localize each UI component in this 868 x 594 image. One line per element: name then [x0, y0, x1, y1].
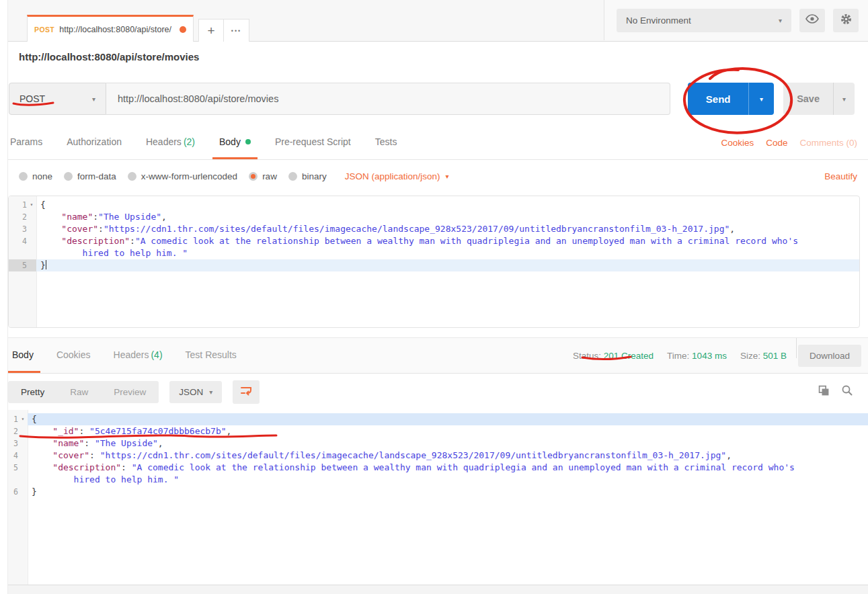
copy-response-button[interactable]: [818, 385, 830, 399]
fold-gutter: [18, 425, 28, 437]
mode-x-www-form-urlencoded[interactable]: x-www-form-urlencoded: [128, 171, 237, 181]
tab-params[interactable]: Params: [3, 126, 49, 159]
radio-icon: [64, 172, 73, 181]
code-line[interactable]: 5 "description": "A comedic look at the …: [0, 462, 868, 474]
request-title-row: http://localhost:8080/api/store/movies: [0, 42, 868, 71]
code-link[interactable]: Code: [766, 126, 787, 159]
response-tab-body[interactable]: Body: [5, 338, 40, 373]
response-view-row: Pretty Raw Preview JSON▾: [0, 374, 868, 410]
environment-selector-value: No Environment: [626, 15, 691, 26]
send-button[interactable]: Send: [688, 83, 748, 115]
mode-none[interactable]: none: [19, 171, 52, 181]
fold-arrow-icon[interactable]: ▾: [18, 413, 28, 425]
environment-quick-look-button[interactable]: [799, 9, 825, 32]
send-button-group: Send ▾: [688, 83, 774, 115]
download-button[interactable]: Download: [798, 345, 861, 367]
fold-arrow-icon[interactable]: ▾: [27, 199, 36, 211]
cookies-link[interactable]: Cookies: [721, 126, 754, 159]
wrap-text-icon: [239, 384, 253, 399]
tab-modified-dot: [180, 26, 186, 33]
fold-gutter: [18, 462, 28, 474]
code-line[interactable]: 4 "cover": "https://cdn1.thr.com/sites/d…: [0, 450, 868, 462]
tab-method-label: POST: [34, 26, 54, 34]
text-cursor: [46, 260, 47, 269]
code-line[interactable]: 5}: [9, 259, 859, 271]
tab-bar: POST http://localhost:8080/api/store/ + …: [0, 0, 868, 42]
chevron-down-icon: ▾: [92, 95, 95, 103]
response-meta: Status: 201 Created Time: 1043 ms Size: …: [573, 338, 787, 373]
response-header: Body Cookies Headers(4) Test Results Sta…: [0, 337, 868, 374]
horizontal-scrollbar[interactable]: [0, 585, 868, 594]
mode-raw[interactable]: raw: [249, 171, 277, 181]
headers-count: (2): [184, 136, 195, 147]
content-type-selector[interactable]: JSON (application/json)▾: [345, 171, 449, 181]
response-tab-cookies[interactable]: Cookies: [50, 338, 97, 373]
size-label: Size:: [740, 351, 760, 361]
eye-icon: [805, 14, 819, 26]
code-line[interactable]: 3 "name": "The Upside",: [0, 437, 868, 450]
page-title: http://localhost:8080/api/store/movies: [19, 51, 199, 62]
response-headers-count: (4): [151, 349, 162, 360]
search-response-button[interactable]: [841, 384, 853, 399]
code-line[interactable]: 2 "name":"The Upside",: [9, 211, 859, 223]
response-format-selector[interactable]: JSON▾: [169, 381, 222, 403]
request-tabs: Params Authorization Headers(2) Body Pre…: [0, 126, 868, 160]
code-line[interactable]: 2 "_id": "5c4e715fa74c07dbbb6ecb7b",: [0, 425, 868, 437]
radio-icon: [128, 172, 136, 181]
beautify-link[interactable]: Beautify: [824, 171, 857, 181]
comments-link[interactable]: Comments (0): [799, 126, 857, 159]
sidebar-edge: [0, 0, 8, 594]
code-line[interactable]: 1▾{: [0, 413, 868, 425]
tab-tests[interactable]: Tests: [368, 126, 404, 159]
view-pretty[interactable]: Pretty: [8, 381, 57, 403]
chevron-down-icon: ▾: [842, 95, 846, 103]
tab-headers[interactable]: Headers(2): [139, 126, 202, 159]
mode-form-data[interactable]: form-data: [64, 171, 116, 181]
settings-button[interactable]: [833, 9, 859, 32]
wrap-text-button[interactable]: [233, 380, 260, 404]
code-line[interactable]: 1▾{: [9, 199, 859, 211]
size-value: 501 B: [763, 351, 787, 361]
chevron-down-icon: ▾: [779, 17, 782, 24]
response-body-editor[interactable]: 1▾{2 "_id": "5c4e715fa74c07dbbb6ecb7b",3…: [0, 410, 868, 585]
chevron-down-icon: ▾: [445, 173, 448, 180]
url-input[interactable]: http://localhost:8080/api/store/movies: [106, 83, 670, 115]
code-line[interactable]: hired to help him. ": [9, 247, 859, 259]
code-line[interactable]: 3 "cover":"https://cdn1.thr.com/sites/de…: [9, 223, 859, 235]
code-line[interactable]: hired to help him. ": [0, 474, 868, 486]
environment-selector[interactable]: No Environment ▾: [617, 9, 791, 32]
code-line[interactable]: 6}: [0, 486, 868, 498]
view-raw[interactable]: Raw: [57, 381, 101, 403]
postman-window: POST http://localhost:8080/api/store/ + …: [0, 0, 868, 594]
fold-gutter: [18, 474, 28, 486]
chevron-down-icon: ▾: [760, 95, 763, 103]
code-line[interactable]: 4 "description":"A comedic look at the r…: [9, 235, 859, 247]
send-options-button[interactable]: ▾: [748, 83, 774, 115]
mode-binary[interactable]: binary: [288, 171, 327, 181]
divider: [796, 338, 797, 358]
new-tab-button[interactable]: +: [198, 19, 224, 42]
save-button-group: Save ▾: [783, 83, 855, 115]
body-mode-row: none form-data x-www-form-urlencoded raw…: [0, 160, 868, 192]
request-body-editor[interactable]: 1▾{2 "name":"The Upside",3 "cover":"http…: [8, 196, 860, 328]
url-builder: POST ▾ http://localhost:8080/api/store/m…: [0, 71, 868, 126]
save-button[interactable]: Save: [783, 83, 833, 115]
body-has-content-dot: [245, 139, 251, 144]
time-value: 1043 ms: [692, 351, 727, 361]
response-tab-test-results[interactable]: Test Results: [179, 338, 243, 373]
view-preview[interactable]: Preview: [101, 381, 159, 403]
save-options-button[interactable]: ▾: [833, 83, 855, 115]
method-selector-value: POST: [19, 93, 45, 104]
method-selector[interactable]: POST ▾: [9, 83, 106, 115]
tab-authorization[interactable]: Authorization: [60, 126, 128, 159]
tab-options-button[interactable]: •••: [224, 19, 249, 42]
response-tab-headers[interactable]: Headers(4): [107, 338, 169, 373]
section-gap: [0, 328, 868, 337]
tab-pre-request-script[interactable]: Pre-request Script: [268, 126, 358, 159]
chevron-down-icon: ▾: [209, 388, 212, 396]
response-view-switcher: Pretty Raw Preview: [8, 381, 159, 403]
fold-gutter: [18, 450, 28, 462]
tab-body[interactable]: Body: [212, 126, 258, 159]
tab-title: http://localhost:8080/api/store/: [59, 25, 175, 34]
request-tab[interactable]: POST http://localhost:8080/api/store/: [27, 15, 194, 42]
